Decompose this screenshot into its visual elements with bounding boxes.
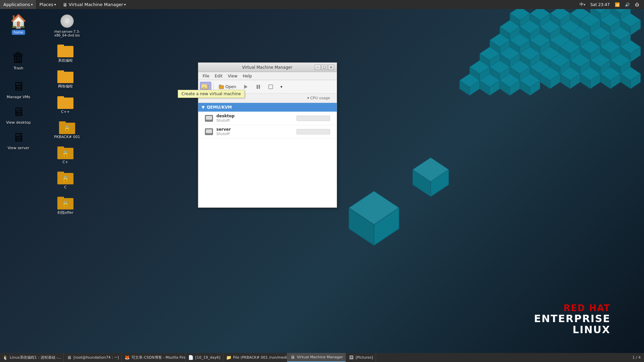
desktop-vm-display-icon	[206, 116, 212, 121]
window-title: Virtual Machine Manager	[220, 65, 315, 70]
vm-list-area: ▾ CPU usage ▼ QEMU/KVM desktop S	[198, 94, 337, 207]
desktop-vm-name: desktop	[216, 114, 297, 118]
panel-left: Applications ▾ Places ▾ 🖥 Virtual Machin…	[0, 0, 129, 9]
folder-cplus-label: C+	[63, 160, 68, 164]
volume-indicator[interactable]: 🔊	[623, 0, 632, 9]
view-menu[interactable]: View	[225, 73, 240, 79]
redhat-logo: RED HAT ENTERPRISE LINUX	[534, 303, 610, 335]
taskbar-day6[interactable]: 📄 [10_19_day6]	[185, 353, 223, 362]
view-desktop-label: View desktop	[6, 120, 31, 125]
wifi-indicator[interactable]: 📶	[613, 0, 622, 9]
shutdown-button[interactable]	[265, 82, 276, 91]
server-vm-icon	[205, 128, 213, 135]
window-controls: ─ □ ✕	[315, 65, 334, 70]
folder-net-label: 网络编程	[58, 84, 73, 89]
vmm-menu[interactable]: 🖥 Virtual Machine Manager ▾	[59, 0, 129, 9]
window-maximize-button[interactable]: □	[321, 65, 327, 70]
trash-label: Trash	[13, 66, 23, 70]
pause-button[interactable]	[253, 82, 264, 91]
taskbar-page: 1 / 4	[632, 355, 641, 360]
virt-manager-icon: 🖥	[10, 78, 26, 94]
trash-bin-icon: 🗑	[10, 49, 26, 65]
server-vm-name: server	[216, 127, 297, 132]
power-indicator[interactable]: ⏻	[633, 0, 641, 9]
new-vm-icon: +	[202, 83, 210, 90]
lang-indicator[interactable]: 中 ▾	[578, 0, 587, 9]
svg-rect-149	[269, 85, 273, 89]
taskbar-vmm[interactable]: 🖥 Virtual Machine Manager	[287, 353, 346, 362]
folder-offer-icon[interactable]: 🔒 剑指offer	[50, 194, 80, 217]
taskbar-firefox[interactable]: 🦊 写文章-CSDN博客 - Mozilla Fire...	[122, 353, 185, 362]
folder-pkback-icon[interactable]: 🔒 PKBACK# 001	[50, 119, 84, 140]
lang-arrow: ▾	[584, 3, 585, 6]
dropdown-button[interactable]: ▾	[277, 83, 285, 91]
desktop-cpu-bar	[297, 116, 330, 121]
folder-pkback-gfx: 🔒	[59, 120, 75, 134]
dropdown-arrow: ▾	[280, 84, 282, 89]
folder-net-icon[interactable]: 网络编程	[50, 68, 80, 90]
taskbar-day6-icon: 📄	[188, 355, 194, 360]
time-label: Sat 23:47	[590, 2, 610, 7]
folder-offer-label: 剑指offer	[57, 210, 73, 215]
server-vm-display-icon	[206, 129, 212, 134]
desktop-vm-row[interactable]: desktop Shutoff	[198, 112, 337, 125]
rhel-iso-icon[interactable]: rhel-server-7.3-x86_64-dvd.iso	[50, 12, 84, 39]
shutdown-icon	[268, 84, 273, 89]
desktop: RED HAT ENTERPRISE LINUX Applications ▾ …	[0, 0, 644, 362]
folder-pkback-label: PKBACK# 001	[54, 135, 80, 139]
file-menu[interactable]: File	[200, 73, 212, 79]
taskbar-pictures[interactable]: 🖼 [Pictures]	[346, 353, 376, 362]
server-cpu-col	[297, 129, 330, 134]
taskbar-file-pkback-label: File (PKBACK# 001 /run/media/k...	[233, 355, 287, 360]
volume-icon: 🔊	[625, 2, 630, 7]
taskbar-linux-class[interactable]: 🐧 Linux系统编程1：进程基础 -...	[0, 353, 64, 362]
time-display[interactable]: Sat 23:47	[589, 0, 611, 9]
folder-c-icon[interactable]: 🔒 C	[50, 169, 80, 191]
vmm-title: Virtual Machine Manager	[69, 2, 123, 7]
applications-menu[interactable]: Applications ▾	[0, 0, 36, 9]
vm-group-header[interactable]: ▼ QEMU/KVM	[198, 103, 337, 112]
manage-vms-label: Manage VMs	[7, 95, 30, 99]
panel-right: 中 ▾ Sat 23:47 📶 🔊 ⏻	[578, 0, 644, 9]
open-label: Open	[225, 84, 236, 89]
vmm-arrow: ▾	[124, 3, 126, 6]
window-close-button[interactable]: ✕	[328, 65, 334, 70]
view-desktop-icon[interactable]: 🖥 View desktop	[3, 102, 34, 126]
places-menu[interactable]: Places ▾	[36, 0, 59, 9]
svg-text:+: +	[203, 85, 206, 89]
taskbar-terminal-icon: 🖥	[66, 355, 72, 360]
lang-label: 中	[580, 2, 584, 7]
view-server-label: View server	[8, 146, 29, 150]
manage-vms-icon[interactable]: 🖥 Manage VMs	[3, 77, 34, 101]
folder-cpp-icon[interactable]: C++	[50, 94, 80, 115]
folder-c-label: C	[64, 185, 67, 189]
folder-net-gfx	[57, 69, 73, 83]
folder-cplus-gfx: 🔒	[57, 145, 73, 159]
taskbar-vmm-label: Virtual Machine Manager	[297, 355, 343, 359]
home-icon[interactable]: 🏠 home	[3, 12, 34, 36]
home-label: home	[12, 30, 25, 35]
folder-c-gfx: 🔒	[57, 170, 73, 184]
taskbar-terminal-label: [root@foundation74：~]	[73, 355, 119, 360]
taskbar-file-pkback[interactable]: 📁 File (PKBACK# 001 /run/media/k...	[223, 353, 287, 362]
wifi-icon: 📶	[615, 2, 620, 7]
help-menu[interactable]: Help	[240, 73, 255, 79]
vmm-icon: 🖥	[63, 2, 67, 7]
view-server-icon[interactable]: 🖥 View server	[3, 128, 34, 152]
svg-marker-146	[244, 85, 248, 89]
folder-sys-icon[interactable]: 系统编程	[50, 42, 80, 64]
svg-rect-148	[259, 85, 260, 89]
svg-rect-145	[219, 85, 221, 86]
folder-cplus-icon[interactable]: 🔒 C+	[50, 144, 80, 166]
trash-icon[interactable]: 🗑 Trash	[3, 48, 34, 72]
folder-sys-label: 系统编程	[58, 58, 73, 63]
taskbar-terminal[interactable]: 🖥 [root@foundation74：~]	[64, 353, 122, 362]
desktop-cpu-col	[297, 116, 330, 121]
server-vm-row[interactable]: server Shutoff	[198, 125, 337, 138]
window-minimize-button[interactable]: ─	[315, 65, 321, 70]
folder-sys-gfx	[57, 43, 73, 57]
folder-cpp-label: C++	[61, 110, 70, 114]
taskbar: 🐧 Linux系统编程1：进程基础 -... 🖥 [root@foundatio…	[0, 353, 644, 362]
edit-menu[interactable]: Edit	[212, 73, 225, 79]
new-vm-tooltip: Create a new virtual machine	[178, 90, 245, 98]
